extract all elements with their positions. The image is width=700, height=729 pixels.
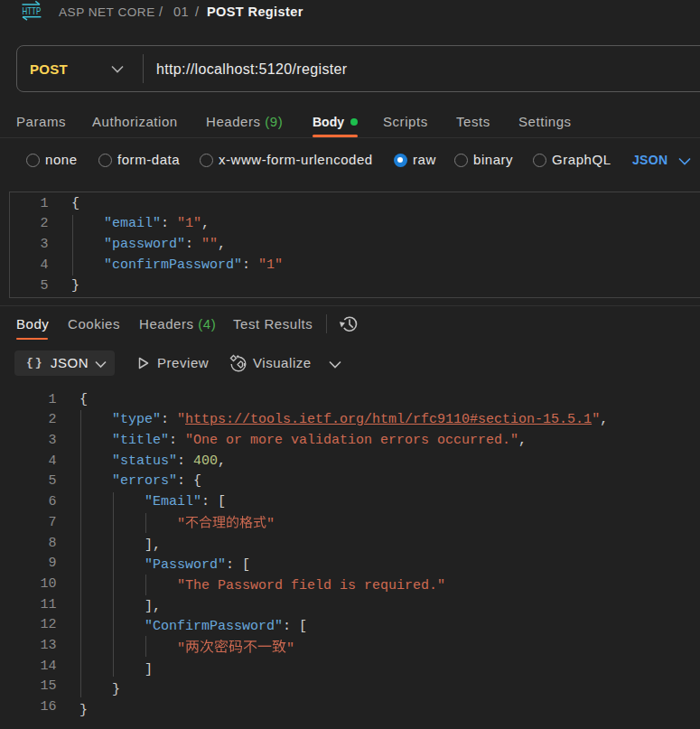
svg-text:HTTP: HTTP: [23, 5, 42, 16]
